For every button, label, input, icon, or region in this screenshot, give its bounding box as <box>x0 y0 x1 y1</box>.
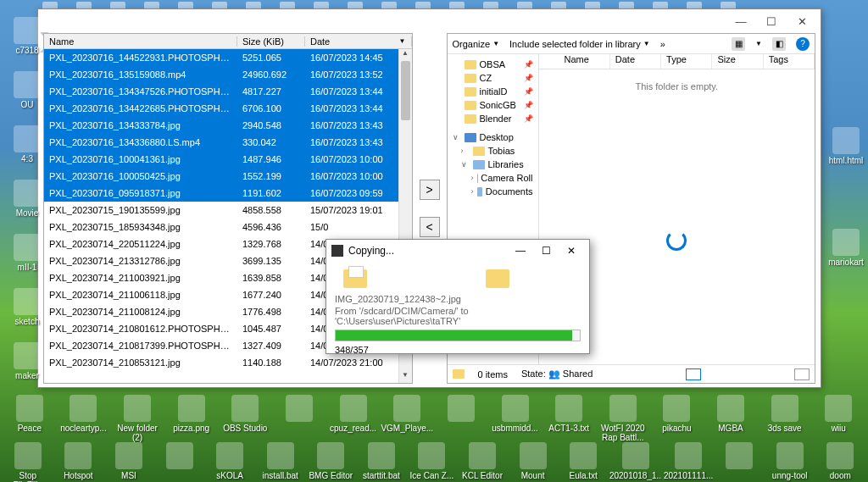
tree-quick-item[interactable]: Blender📌 <box>449 112 537 125</box>
toolbar-overflow[interactable]: » <box>660 39 665 49</box>
desktop-shortcut[interactable]: cpuz_read... <box>327 395 380 442</box>
copy-right-button[interactable]: > <box>420 180 440 200</box>
tree-desktop[interactable]: ∨Desktop <box>449 130 537 144</box>
file-row[interactable]: PXL_20230715_190135599.jpg4858.55815/07/… <box>44 202 412 219</box>
desktop-shortcut[interactable]: mII-1 <box>2 234 53 272</box>
file-row[interactable]: PXL_20230716_134333784.jpg2940.54816/07/… <box>44 117 412 134</box>
desktop-shortcut[interactable]: Mount <box>509 442 558 482</box>
desktop-shortcut[interactable]: Ice Can Z... <box>408 442 457 482</box>
scroll-up-icon[interactable]: ▲ <box>399 49 412 61</box>
col-name[interactable]: Name <box>559 54 610 69</box>
shortcut-icon <box>14 125 41 152</box>
desktop-shortcut[interactable]: html.html <box>821 127 868 165</box>
desktop-shortcut[interactable]: MGBA <box>704 395 757 442</box>
col-size[interactable]: Size <box>712 54 763 69</box>
desktop-shortcut[interactable]: 4:3 <box>2 125 53 163</box>
tree-quick-item[interactable]: SonicGB📌 <box>449 98 537 112</box>
tree-user[interactable]: ›Tobias <box>449 144 537 158</box>
desktop-shortcut[interactable]: unng-tool <box>765 442 815 482</box>
file-row[interactable]: PXL_20230716_144522931.PHOTOSPHERE.jpg52… <box>44 49 412 66</box>
icons-view-icon[interactable] <box>794 368 810 380</box>
shortcut-icon <box>14 71 41 98</box>
desktop-shortcut[interactable]: nocleartyp... <box>58 395 110 442</box>
tree-libraries[interactable]: ∨Libraries <box>449 158 537 171</box>
desktop-shortcut[interactable]: starttit.bat <box>357 442 406 482</box>
file-row[interactable]: PXL_20230716_100041361.jpg1487.94616/07/… <box>44 151 412 168</box>
col-tags[interactable]: Tags <box>764 54 815 69</box>
desktop-shortcut[interactable]: pikachu <box>651 395 704 442</box>
desktop-icon <box>465 133 476 142</box>
desktop-shortcut[interactable]: WotFI 2020 Rap Battl... <box>597 395 649 442</box>
dialog-minimize-button[interactable]: — <box>508 241 533 260</box>
desktop-shortcut[interactable]: doom <box>815 442 865 482</box>
tree-documents[interactable]: ›Documents <box>449 185 537 198</box>
desktop-shortcut[interactable]: Stop FileZilla <box>3 442 53 482</box>
desktop-shortcut[interactable]: 202101111... <box>664 442 713 482</box>
copy-left-button[interactable]: < <box>420 217 440 237</box>
desktop-shortcut[interactable]: OBS Studio <box>220 395 272 442</box>
desktop-shortcut[interactable]: sKOLA <box>205 442 254 482</box>
shortcut-icon <box>14 180 41 207</box>
desktop-shortcut[interactable] <box>435 395 487 442</box>
tree-quick-item[interactable]: initialD📌 <box>449 85 537 98</box>
dialog-close-button[interactable]: ✕ <box>559 241 584 260</box>
desktop-shortcut[interactable]: New folder (2) <box>111 395 164 442</box>
col-date[interactable]: Date <box>610 54 661 69</box>
desktop-shortcut[interactable] <box>273 395 326 442</box>
col-type[interactable]: Type <box>661 54 712 69</box>
maximize-button[interactable]: ☐ <box>756 11 787 31</box>
details-view-icon[interactable] <box>686 368 701 380</box>
desktop-shortcut[interactable]: pizza.png <box>165 395 218 442</box>
tree-camera-roll[interactable]: ›Camera Roll <box>449 171 537 185</box>
view-options-icon[interactable]: ▦ <box>732 37 745 51</box>
desktop-shortcut[interactable]: Movie <box>2 180 53 218</box>
col-header-name[interactable]: Name <box>44 36 237 47</box>
desktop-shortcut[interactable]: maker <box>2 342 53 380</box>
include-library-menu[interactable]: Include selected folder in library ▼ <box>509 39 650 49</box>
shortcut-icon <box>776 442 804 469</box>
desktop-shortcut[interactable] <box>155 442 204 482</box>
dialog-maximize-button[interactable]: ☐ <box>533 241 559 260</box>
file-name: PXL_20230716_100050425.jpg <box>44 171 237 181</box>
file-row[interactable]: PXL_20230716_134422685.PHOTOSPHERE.jpg67… <box>44 100 412 117</box>
file-date: 14/07/2023 21:00 <box>305 357 412 368</box>
desktop-shortcut[interactable]: usbmmidd... <box>489 395 542 442</box>
close-button[interactable]: ✕ <box>787 11 817 31</box>
col-header-date[interactable]: Date▼ <box>305 36 412 47</box>
desktop-shortcut[interactable]: BMG Editor <box>306 442 355 482</box>
desktop-shortcut[interactable]: Peace <box>3 395 56 442</box>
desktop-shortcut[interactable]: KCL Editor <box>458 442 507 482</box>
desktop-shortcut[interactable]: sketch <box>2 288 53 326</box>
desktop-shortcut[interactable]: OU <box>2 71 53 109</box>
desktop-shortcut[interactable]: c7318 <box>2 17 53 55</box>
file-row[interactable]: PXL_20230716_100050425.jpg1552.19916/07/… <box>44 168 412 185</box>
dialog-titlebar[interactable]: Copying... — ☐ ✕ <box>326 240 589 262</box>
desktop-shortcut[interactable]: Eula.txt <box>559 442 608 482</box>
file-row[interactable]: PXL_20230716_134347526.PHOTOSPHERE.jpg48… <box>44 83 412 100</box>
desktop-shortcut[interactable]: 3ds save <box>759 395 811 442</box>
desktop-shortcut[interactable]: VGM_Playe... <box>381 395 433 442</box>
file-row[interactable]: PXL_20230715_185934348.jpg4596.43615/0 <box>44 219 412 235</box>
tree-quick-item[interactable]: CZ📌 <box>449 71 537 85</box>
file-name: PXL_20230714_213312786.jpg <box>44 256 237 266</box>
help-icon[interactable]: ? <box>796 37 810 51</box>
desktop-shortcut[interactable]: 20201018_1... <box>609 442 662 482</box>
col-header-size[interactable]: Size (KiB) <box>237 36 305 47</box>
desktop-shortcut[interactable]: mariokart <box>821 229 868 267</box>
desktop-shortcut[interactable]: wiiu <box>812 395 865 442</box>
scroll-down-icon[interactable]: ▼ <box>399 371 412 383</box>
desktop-shortcut[interactable]: ACT1-3.txt <box>542 395 595 442</box>
desktop-shortcut[interactable] <box>715 442 764 482</box>
tree-quick-item[interactable]: OBSA📌 <box>449 58 537 71</box>
preview-pane-icon[interactable]: ◧ <box>772 37 786 51</box>
file-row[interactable]: PXL_20230716_095918371.jpg1191.60216/07/… <box>44 185 412 202</box>
desktop-shortcut[interactable]: MSI <box>104 442 153 482</box>
file-row[interactable]: PXL_20230716_134336880.LS.mp4330.04216/0… <box>44 134 412 151</box>
organize-menu[interactable]: Organize ▼ <box>453 39 500 49</box>
file-row[interactable]: PXL_20230716_135159088.mp424960.69216/07… <box>44 66 412 83</box>
file-name: PXL_20230716_135159088.mp4 <box>44 69 237 80</box>
scroll-thumb[interactable] <box>401 61 410 120</box>
minimize-button[interactable]: — <box>726 11 756 31</box>
desktop-shortcut[interactable]: Hotspot <box>54 442 103 482</box>
desktop-shortcut[interactable]: install.bat <box>256 442 305 482</box>
